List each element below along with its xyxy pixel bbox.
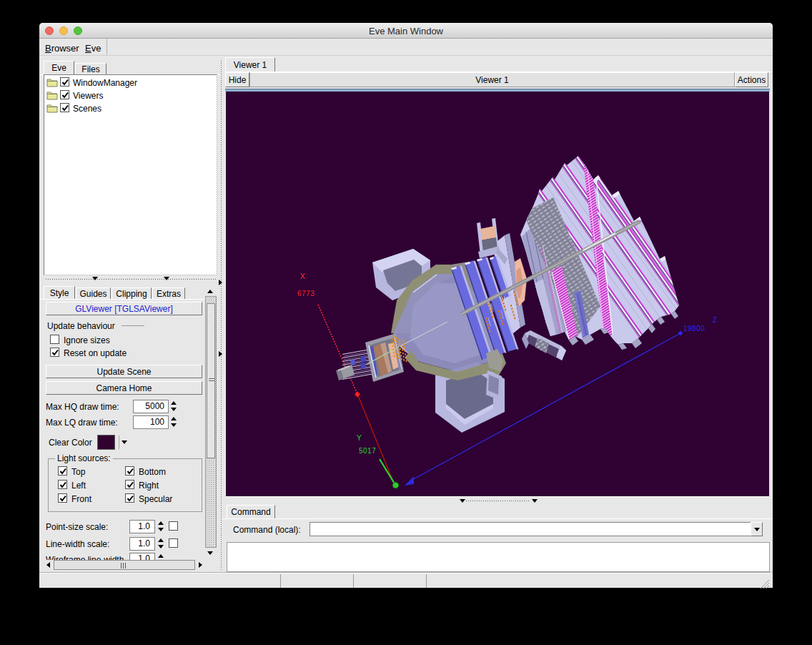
svg-text:6773: 6773 bbox=[297, 290, 315, 297]
svg-text:Z: Z bbox=[713, 316, 717, 324]
svg-text:19800: 19800 bbox=[683, 325, 705, 333]
svg-text:X: X bbox=[300, 272, 305, 280]
svg-text:Y: Y bbox=[357, 434, 362, 442]
svg-text:5017: 5017 bbox=[359, 447, 376, 455]
